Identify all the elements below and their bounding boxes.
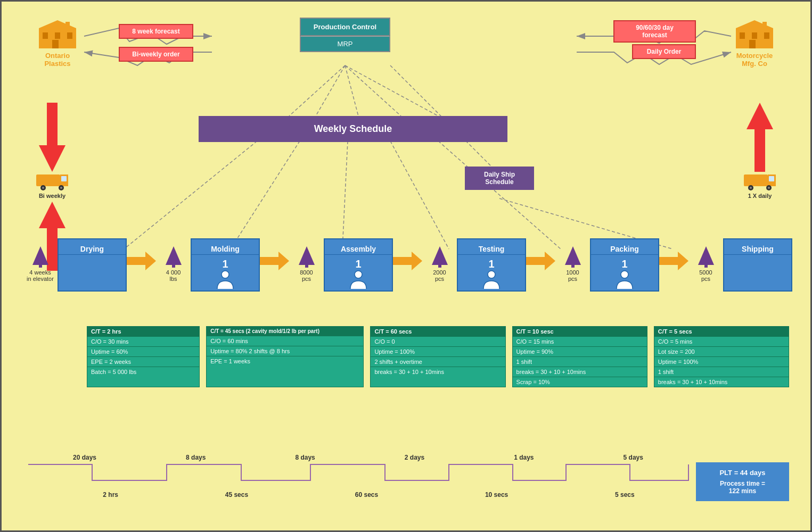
assembly-uptime: Uptime = 100%	[371, 346, 505, 356]
weekly-schedule-label: Weekly Schedule	[314, 123, 392, 134]
svg-point-43	[768, 187, 770, 189]
assembly-ct: C/T = 60 secs	[371, 327, 505, 336]
svg-marker-50	[260, 252, 289, 270]
delivery-right: 1 X daily	[741, 103, 778, 199]
svg-rect-52	[305, 265, 308, 268]
timeline-proc-3: 10 secs	[485, 491, 508, 498]
svg-rect-56	[438, 265, 441, 268]
svg-marker-27	[39, 103, 65, 172]
drying-uptime: Uptime = 60%	[87, 346, 199, 356]
timeline-proc-4: 5 secs	[615, 491, 635, 498]
svg-line-2	[345, 65, 358, 116]
svg-marker-63	[698, 246, 714, 265]
process-title-molding: Molding	[192, 244, 259, 255]
supplier-factory-icon	[36, 18, 79, 49]
packing-lotsize: Lot size = 200	[654, 346, 789, 356]
drying-batch: Batch = 5 000 lbs	[87, 367, 199, 377]
daily-order-label: Daily Order	[647, 48, 682, 55]
timeline-day-4: 1 days	[514, 454, 534, 461]
process-title-drying: Drying	[59, 244, 126, 255]
forecast-8week-box: 8 week forecast	[119, 24, 193, 39]
process-title-testing: Testing	[458, 244, 525, 255]
svg-line-9	[438, 141, 561, 249]
svg-marker-55	[432, 246, 448, 265]
inventory-label-1: 4 000lbs	[166, 269, 181, 282]
plt-label: PLT = 44 days	[700, 469, 785, 477]
svg-line-3	[345, 65, 401, 116]
orange-arrow-5	[659, 252, 688, 270]
inventory-label-2: 8000pcs	[300, 269, 313, 282]
process-testing-col: Testing 1	[457, 238, 526, 292]
info-card-molding: C/T = 45 secs (2 cavity mold/1/2 lb per …	[206, 326, 364, 387]
assembly-shifts: 2 shifts + overtime	[371, 356, 505, 367]
process-box-assembly: Assembly 1	[324, 238, 393, 292]
svg-marker-62	[659, 252, 688, 270]
inventory-label-4: 1000pcs	[566, 269, 579, 282]
process-box-testing: Testing 1	[457, 238, 526, 292]
svg-rect-18	[67, 32, 72, 39]
process-box-molding: Molding 1	[191, 238, 260, 292]
prod-control-mrp: MRP	[300, 36, 390, 52]
supplier-label: Ontario Plastics	[34, 52, 81, 68]
molding-co: C/O = 60 mins	[207, 336, 363, 346]
svg-line-0	[289, 65, 345, 116]
svg-marker-54	[393, 252, 422, 270]
inventory-2: 8000pcs	[289, 246, 324, 282]
svg-rect-64	[704, 265, 708, 268]
svg-line-8	[390, 141, 449, 249]
process-box-shipping: Shipping	[723, 238, 792, 292]
timeline-day-2: 8 days	[295, 454, 315, 461]
process-title-packing: Packing	[591, 244, 658, 255]
svg-line-5	[124, 141, 257, 249]
process-packing-col: Packing 1	[590, 238, 659, 292]
prod-control-title: Production Control	[300, 18, 390, 36]
svg-marker-46	[127, 252, 156, 270]
process-number-molding: 1	[222, 258, 228, 270]
process-box-drying: Drying	[58, 238, 127, 292]
drying-co: C/O = 30 mins	[87, 336, 199, 346]
svg-point-53	[355, 271, 362, 278]
person-icon-molding	[215, 270, 236, 289]
delivery-left-label: Bi weekly	[39, 193, 65, 199]
svg-line-4	[345, 65, 438, 116]
inventory-triangle-2	[299, 246, 315, 268]
svg-marker-51	[299, 246, 315, 265]
inventory-label-5: 5000pcs	[699, 269, 712, 282]
forecast-906030-label: 90/60/30 dayforecast	[636, 24, 674, 39]
packing-shifts: 1 shift	[654, 367, 789, 377]
process-row: 4 weeksin elevator Drying 4 000lbs	[23, 238, 789, 292]
info-card-assembly: C/T = 60 secs C/O = 0 Uptime = 100% 2 sh…	[370, 326, 505, 387]
arrow-testing-to-packing	[526, 252, 555, 270]
process-title-shipping: Shipping	[724, 244, 791, 255]
delivery-right-label: 1 X daily	[748, 193, 772, 199]
process-drying-col: Drying	[58, 238, 127, 292]
daily-ship-schedule: Daily ShipSchedule	[465, 167, 534, 190]
svg-point-49	[222, 271, 229, 278]
process-shipping-col: Shipping	[723, 238, 792, 292]
process-title-assembly: Assembly	[325, 244, 392, 255]
molding-epe: EPE = 1 weeks	[207, 356, 363, 366]
testing-shifts: 1 shift	[513, 356, 647, 367]
daily-ship-label: Daily ShipSchedule	[484, 171, 515, 186]
inventory-5: 5000pcs	[688, 246, 723, 282]
truck-left-icon	[34, 167, 71, 190]
svg-rect-45	[39, 265, 42, 268]
packing-co: C/O = 5 mins	[654, 336, 789, 346]
process-box-packing: Packing 1	[590, 238, 659, 292]
svg-line-6	[231, 141, 300, 249]
supplier-box: Ontario Plastics	[34, 18, 81, 68]
timeline-process-row: 2 hrs 45 secs 60 secs 10 secs 5 secs	[50, 491, 688, 498]
svg-rect-19	[52, 40, 59, 48]
testing-breaks: breaks = 30 + 10 + 10mins	[513, 367, 647, 377]
weekly-schedule: Weekly Schedule	[199, 116, 507, 142]
svg-marker-36	[747, 103, 773, 172]
truck-right-icon	[741, 167, 778, 190]
svg-point-32	[42, 187, 44, 189]
svg-point-57	[488, 271, 495, 278]
svg-rect-37	[744, 174, 768, 186]
svg-line-7	[342, 141, 348, 249]
packing-breaks: breaks = 30 + 10 + 10mins	[654, 377, 789, 387]
arrow-molding-to-assembly	[260, 252, 289, 270]
customer-label: Motorcycle Mfg. Co	[731, 52, 778, 68]
main-container: Ontario Plastics Motorcycle Mfg. Co Prod…	[0, 0, 812, 532]
